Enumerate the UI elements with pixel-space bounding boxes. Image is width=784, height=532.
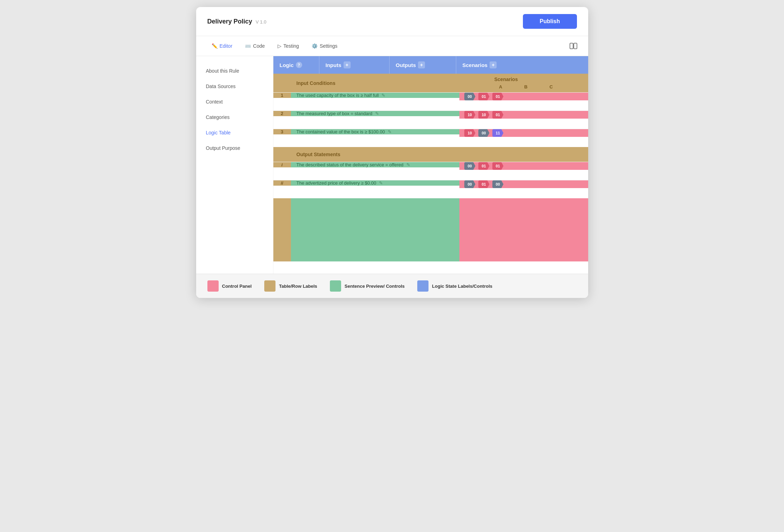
col-scenarios-label: Scenarios bbox=[463, 62, 488, 68]
col-logic-label: Logic bbox=[280, 62, 294, 68]
row-scenarios: 10 00 11 bbox=[459, 129, 588, 137]
col-logic-q[interactable]: ? bbox=[296, 62, 302, 68]
sidebar: About this Rule Data Sources Context Cat… bbox=[196, 56, 273, 274]
legend-item-control-panel: Control Panel bbox=[207, 280, 252, 292]
row-scenarios: 00 01 01 bbox=[459, 93, 588, 100]
badge-b[interactable]: 00 bbox=[478, 129, 490, 137]
scenarios-label: Scenarios bbox=[494, 77, 582, 82]
tab-code-label: Code bbox=[253, 43, 265, 49]
tab-testing-label: Testing bbox=[284, 43, 299, 49]
sidebar-item-about[interactable]: About this Rule bbox=[196, 63, 273, 79]
row-number: 2 bbox=[273, 111, 291, 116]
svg-rect-0 bbox=[570, 43, 573, 49]
row-scenarios: 00 01 01 bbox=[459, 162, 588, 170]
row-sentence: The advertized price of delivery ≥ $0.00… bbox=[291, 180, 459, 186]
tab-editor[interactable]: ✏️ Editor bbox=[206, 40, 238, 52]
svg-rect-1 bbox=[574, 43, 577, 49]
badge-b[interactable]: 01 bbox=[478, 93, 490, 100]
legend-label-logic-state: Logic State Labels/Controls bbox=[432, 284, 492, 289]
output-statements-label: Output Statements bbox=[297, 152, 483, 157]
tab-testing[interactable]: ▷ Testing bbox=[272, 40, 305, 52]
badge-a[interactable]: 00 bbox=[464, 93, 476, 100]
badge-b[interactable]: 10 bbox=[478, 111, 490, 119]
badge-c[interactable]: 11 bbox=[492, 129, 504, 137]
sentence-text: The measured type of box = standard bbox=[297, 111, 372, 116]
badge-a[interactable]: 10 bbox=[464, 129, 476, 137]
publish-button[interactable]: Publish bbox=[523, 14, 577, 29]
sentence-text: The advertized price of delivery ≥ $0.00 bbox=[297, 180, 377, 186]
legend: Control Panel Table/Row Labels Sentence … bbox=[196, 274, 588, 298]
badge-c[interactable]: 00 bbox=[492, 180, 504, 188]
sub-header: Input Conditions Scenarios A B C bbox=[273, 74, 588, 92]
tab-code[interactable]: ⌨️ Code bbox=[239, 40, 270, 52]
badge-a[interactable]: 00 bbox=[464, 180, 476, 188]
legend-label-sentence-preview: Sentence Preview/ Controls bbox=[345, 284, 405, 289]
sidebar-item-categories[interactable]: Categories bbox=[196, 109, 273, 125]
code-icon: ⌨️ bbox=[245, 43, 251, 49]
testing-icon: ▷ bbox=[278, 43, 281, 49]
legend-label-row-labels: Table/Row Labels bbox=[279, 284, 317, 289]
legend-swatch-row-labels bbox=[264, 280, 275, 292]
sidebar-item-logictable[interactable]: Logic Table bbox=[196, 125, 273, 140]
badge-b[interactable]: 01 bbox=[478, 162, 490, 170]
table-row: 3 The contained value of the box is ≥ $1… bbox=[273, 129, 588, 147]
table-header: Logic ? Inputs + Outputs + Scenarios + bbox=[273, 56, 588, 74]
scenario-abc-row: A B C bbox=[494, 84, 582, 89]
badge-c[interactable]: 01 bbox=[492, 111, 504, 119]
nav-tabs: ✏️ Editor ⌨️ Code ▷ Testing ⚙️ Settings bbox=[196, 36, 588, 56]
table-row: ii The advertized price of delivery ≥ $0… bbox=[273, 180, 588, 198]
row-scenarios: 10 10 01 bbox=[459, 111, 588, 119]
app-window: Delivery Policy V 1.0 Publish ✏️ Editor … bbox=[196, 7, 588, 298]
row-number: 3 bbox=[273, 129, 291, 134]
legend-label-control-panel: Control Panel bbox=[222, 284, 252, 289]
sentence-text: The described status of the delivery ser… bbox=[297, 162, 404, 167]
badge-a[interactable]: 00 bbox=[464, 162, 476, 170]
content-area: Logic ? Inputs + Outputs + Scenarios + bbox=[273, 56, 588, 274]
sidebar-item-datasources[interactable]: Data Sources bbox=[196, 79, 273, 94]
badge-b[interactable]: 01 bbox=[478, 180, 490, 188]
edit-icon[interactable]: ✎ bbox=[379, 180, 383, 186]
split-view-icon[interactable] bbox=[569, 42, 578, 49]
row-number: ii bbox=[273, 180, 291, 186]
scenarios-sub-header: Scenarios A B C bbox=[488, 74, 588, 92]
row-number: i bbox=[273, 162, 291, 167]
sidebar-item-context[interactable]: Context bbox=[196, 94, 273, 109]
col-logic: Logic ? bbox=[273, 56, 319, 74]
edit-icon[interactable]: ✎ bbox=[375, 111, 379, 116]
col-outputs: Outputs + bbox=[389, 56, 456, 74]
row-scenarios: 00 01 00 bbox=[459, 180, 588, 188]
sidebar-item-outputpurpose[interactable]: Output Purpose bbox=[196, 140, 273, 156]
badge-c[interactable]: 01 bbox=[492, 93, 504, 100]
tab-editor-label: Editor bbox=[220, 43, 233, 49]
legend-item-row-labels: Table/Row Labels bbox=[264, 280, 317, 292]
add-input-button[interactable]: + bbox=[344, 61, 351, 68]
scenario-col-b: B bbox=[520, 84, 532, 89]
table-row: 1 The used capacity of the box is ≥ half… bbox=[273, 92, 588, 111]
header-left: Delivery Policy V 1.0 bbox=[207, 18, 266, 25]
add-output-button[interactable]: + bbox=[418, 61, 425, 68]
edit-icon[interactable]: ✎ bbox=[388, 129, 392, 134]
table-row: i The described status of the delivery s… bbox=[273, 162, 588, 180]
badge-c[interactable]: 01 bbox=[492, 162, 504, 170]
page-title: Delivery Policy bbox=[207, 18, 252, 25]
badge-a[interactable]: 10 bbox=[464, 111, 476, 119]
legend-swatch-logic-state bbox=[417, 280, 428, 292]
editor-icon: ✏️ bbox=[212, 43, 218, 49]
col-outputs-label: Outputs bbox=[396, 62, 416, 68]
row-sentence: The contained value of the box is ≥ $100… bbox=[291, 129, 459, 134]
row-sentence: The measured type of box = standard ✎ bbox=[291, 111, 459, 116]
tab-settings[interactable]: ⚙️ Settings bbox=[306, 40, 343, 52]
add-scenario-button[interactable]: + bbox=[490, 61, 497, 68]
edit-icon[interactable]: ✎ bbox=[406, 162, 410, 167]
col-scenarios: Scenarios + bbox=[456, 56, 588, 74]
legend-item-sentence-preview: Sentence Preview/ Controls bbox=[330, 280, 405, 292]
edit-icon[interactable]: ✎ bbox=[381, 93, 385, 98]
input-rows: 1 The used capacity of the box is ≥ half… bbox=[273, 92, 588, 261]
tab-settings-label: Settings bbox=[320, 43, 338, 49]
empty-area bbox=[273, 198, 588, 261]
row-sentence: The described status of the delivery ser… bbox=[291, 162, 459, 167]
sentence-text: The used capacity of the box is ≥ half f… bbox=[297, 93, 379, 98]
version-label: V 1.0 bbox=[256, 19, 266, 25]
col-inputs: Inputs + bbox=[319, 56, 389, 74]
table-row: 2 The measured type of box = standard ✎ … bbox=[273, 111, 588, 129]
